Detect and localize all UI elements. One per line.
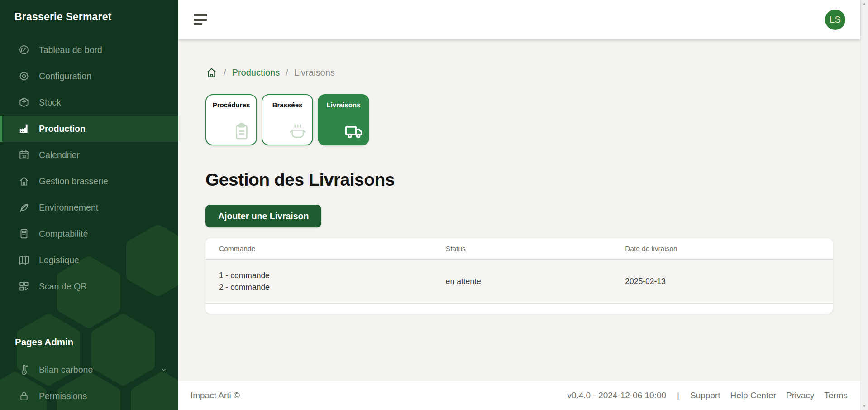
admin-section-label: Pages Admin xyxy=(0,337,178,347)
factory-icon xyxy=(18,123,30,135)
sidebar-item-label: Bilan carbone xyxy=(39,365,93,375)
deliveries-table: CommandeStatusDate de livraison 1 - comm… xyxy=(205,238,833,314)
table-header-row: CommandeStatusDate de livraison xyxy=(205,238,833,260)
footer-link-privacy[interactable]: Privacy xyxy=(786,391,814,400)
leaf-icon xyxy=(18,202,30,213)
breadcrumb-livraisons: Livraisons xyxy=(294,68,335,78)
map-icon xyxy=(18,254,30,266)
column-header-date-de-livraison: Date de livraison xyxy=(625,245,833,253)
tab-label: Procédures xyxy=(206,101,256,109)
sidebar-item-environnement[interactable]: Environnement xyxy=(0,194,178,221)
qr-icon xyxy=(18,280,30,292)
date-cell: 2025-02-13 xyxy=(625,277,833,286)
calendar-icon: 12 xyxy=(18,149,30,161)
footer-right: v0.4.0 - 2024-12-06 10:00 | SupportHelp … xyxy=(567,391,848,400)
box-icon xyxy=(18,96,30,108)
status-cell: en attente xyxy=(446,277,625,286)
calculator-icon xyxy=(18,228,30,240)
footer-link-support[interactable]: Support xyxy=(690,391,720,400)
content-area: /Productions/Livraisons ProcéduresBrassé… xyxy=(178,39,860,381)
sidebar-item-label: Logistique xyxy=(39,255,79,265)
column-header-status: Status xyxy=(446,245,625,253)
sidebar-item-scan-de-qr[interactable]: Scan de QR xyxy=(0,273,178,299)
sidebar-item-configuration[interactable]: Configuration xyxy=(0,63,178,89)
breadcrumb-separator: / xyxy=(286,68,288,78)
commande-line: 2 - commande xyxy=(219,281,446,293)
svg-text:12: 12 xyxy=(22,154,27,159)
hamburger-menu-icon[interactable] xyxy=(192,12,209,27)
gear-icon xyxy=(18,70,30,82)
breadcrumb-separator: / xyxy=(224,68,226,78)
sidebar-item-label: Environnement xyxy=(39,203,98,213)
clipboard-icon xyxy=(232,122,251,141)
gauge-icon xyxy=(18,44,30,56)
scroll-up-icon[interactable]: ▲ xyxy=(863,2,867,6)
sidebar-item-label: Stock xyxy=(39,97,61,108)
sidebar-item-tableau-de-bord[interactable]: Tableau de bord xyxy=(0,37,178,63)
sidebar-item-comptabilite[interactable]: Comptabilité xyxy=(0,221,178,247)
sidebar-item-bilan-carbone[interactable]: Bilan carbone xyxy=(0,357,178,383)
lock-icon xyxy=(18,390,30,402)
table-footer-strip xyxy=(205,304,833,314)
home-icon[interactable] xyxy=(205,67,218,79)
topbar: LS xyxy=(178,0,860,39)
breadcrumb-productions[interactable]: Productions xyxy=(232,68,280,78)
app-window: Brasserie Sermaret Tableau de bordConfig… xyxy=(0,0,868,410)
production-tabs: ProcéduresBrasséesLivraisons xyxy=(205,94,833,145)
user-avatar[interactable]: LS xyxy=(825,10,845,30)
sidebar-item-label: Production xyxy=(39,124,86,134)
footer-link-help-center[interactable]: Help Center xyxy=(730,391,776,400)
commande-line: 1 - commande xyxy=(219,270,446,281)
breadcrumb: /Productions/Livraisons xyxy=(205,67,833,79)
home-icon xyxy=(18,175,30,187)
main-column: LS /Productions/Livraisons ProcéduresBra… xyxy=(178,0,860,410)
page-title: Gestion des Livraisons xyxy=(205,170,833,190)
scroll-down-icon[interactable]: ▼ xyxy=(863,404,867,408)
sidebar-item-label: Configuration xyxy=(39,71,91,82)
tab-label: Livraisons xyxy=(319,101,368,109)
sidebar-item-label: Calendrier xyxy=(39,150,80,160)
footer-link-terms[interactable]: Terms xyxy=(824,391,848,400)
footer-brand: Impact Arti © xyxy=(191,391,240,400)
sidebar-item-label: Gestion brasserie xyxy=(39,176,108,187)
tab-label: Brassées xyxy=(262,101,312,109)
vertical-scrollbar[interactable]: ▲ ▼ xyxy=(860,0,868,410)
footer-separator: | xyxy=(677,391,679,400)
sidebar-item-permissions[interactable]: Permissions xyxy=(0,383,178,409)
column-header-commande: Commande xyxy=(205,245,446,253)
chevron-down-icon[interactable] xyxy=(160,366,167,373)
sidebar-nav: Tableau de bordConfigurationStockProduct… xyxy=(0,37,178,299)
sidebar: Brasserie Sermaret Tableau de bordConfig… xyxy=(0,0,178,410)
sidebar-item-label: Scan de QR xyxy=(39,281,87,292)
sidebar-item-label: Comptabilité xyxy=(39,229,88,239)
thermometer-icon xyxy=(18,364,30,376)
footer-version: v0.4.0 - 2024-12-06 10:00 xyxy=(567,391,666,400)
sidebar-item-calendrier[interactable]: 12Calendrier xyxy=(0,142,178,168)
tab-procedures[interactable]: Procédures xyxy=(205,94,257,145)
app-title: Brasserie Sermaret xyxy=(0,0,178,23)
tab-brassees[interactable]: Brassées xyxy=(262,94,313,145)
sidebar-admin-nav: Bilan carbonePermissions xyxy=(0,357,178,409)
truck-icon xyxy=(344,122,363,141)
sidebar-item-label: Permissions xyxy=(39,391,87,401)
sidebar-item-gestion-brasserie[interactable]: Gestion brasserie xyxy=(0,168,178,194)
sidebar-item-label: Tableau de bord xyxy=(39,45,102,55)
footer: Impact Arti © v0.4.0 - 2024-12-06 10:00 … xyxy=(178,381,860,410)
table-row[interactable]: 1 - commande2 - commandeen attente2025-0… xyxy=(205,260,833,304)
sidebar-item-logistique[interactable]: Logistique xyxy=(0,247,178,273)
sidebar-item-stock[interactable]: Stock xyxy=(0,89,178,116)
pot-icon xyxy=(288,122,307,141)
sidebar-item-production[interactable]: Production xyxy=(0,116,178,142)
tab-livraisons[interactable]: Livraisons xyxy=(318,94,369,145)
commande-cell: 1 - commande2 - commande xyxy=(205,270,446,293)
add-delivery-button[interactable]: Ajouter une Livraison xyxy=(205,205,321,227)
